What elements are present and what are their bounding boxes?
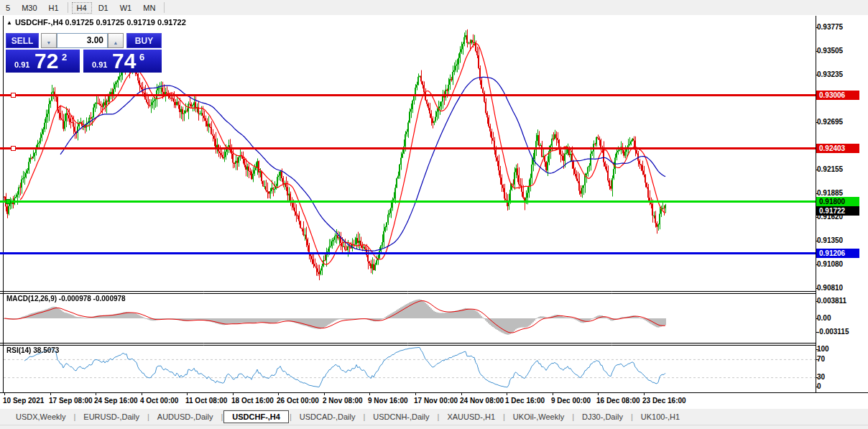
tab-separator: | xyxy=(503,412,505,421)
chart-title-text: USDCHF-,H4 0.91725 0.91725 0.91719 0.917… xyxy=(15,18,186,27)
buy-button[interactable]: BUY xyxy=(126,33,162,48)
time-axis-tick xyxy=(324,393,325,395)
chart-tab-bar: USDX,Weekly|EURUSD-,Daily|AUDUSD-,Daily|… xyxy=(0,409,868,425)
timeframe-button-5[interactable]: 5 xyxy=(1,2,15,14)
resistance-price-label: 0.92403 xyxy=(816,144,859,153)
time-axis-label: 9 Nov 16:00 xyxy=(368,397,408,405)
timeframe-button-w1[interactable]: W1 xyxy=(115,2,137,14)
timeframe-button-h4[interactable]: H4 xyxy=(72,2,92,14)
timeframe-button-d1[interactable]: D1 xyxy=(93,2,114,14)
support-price-label: 0.91206 xyxy=(816,249,859,258)
resistance-line[interactable] xyxy=(0,147,816,149)
tab-separator: | xyxy=(221,412,223,421)
resistance-price-label: 0.93006 xyxy=(816,91,859,100)
time-axis-tick xyxy=(142,393,142,395)
buy-price-pip-digit: 6 xyxy=(139,52,144,63)
macd-axis-label: 0.00 xyxy=(817,314,831,323)
volume-decrease-button[interactable]: ▼ xyxy=(41,33,57,48)
chart-tab-usdchf-[interactable]: USDCHF-,H4 xyxy=(223,410,289,423)
line-anchor-handle[interactable] xyxy=(6,199,11,204)
macd-indicator-label: MACD(12,26,9) -0.000978 -0.000978 xyxy=(6,295,126,303)
price-axis-tick-label: 0.93775 xyxy=(817,23,843,32)
chart-title: ▲USDCHF-,H4 0.91725 0.91725 0.91719 0.91… xyxy=(6,18,186,27)
chart-tab-xauusd-[interactable]: XAUUSD-,H1 xyxy=(440,411,502,423)
price-axis-tick-label: 0.92155 xyxy=(817,165,843,174)
sell-price-display[interactable]: 0.91 72 2 xyxy=(6,49,80,73)
timeframe-button-m30[interactable]: M30 xyxy=(17,2,42,14)
time-axis-label: 18 Oct 16:00 xyxy=(231,397,274,405)
tab-separator: | xyxy=(438,412,440,421)
time-axis-label: 17 Sep 08:00 xyxy=(49,397,93,405)
chart-tab-ukoil-[interactable]: UKOil-,Weekly xyxy=(506,411,571,423)
price-axis-tick-label: 0.93505 xyxy=(817,47,843,55)
time-axis-tick xyxy=(644,393,645,395)
sell-price-big-digits: 72 xyxy=(34,50,58,72)
time-axis-label: 2 Nov 08:00 xyxy=(323,397,363,405)
time-axis-tick xyxy=(233,393,234,395)
tab-separator: | xyxy=(363,412,365,421)
sell-button[interactable]: SELL xyxy=(6,33,39,48)
time-axis-label: 23 Dec 16:00 xyxy=(642,397,686,405)
price-axis-tick-label: 0.90810 xyxy=(817,284,843,292)
current-price-label: 0.91722 xyxy=(816,206,859,216)
chart-tab-dj30-[interactable]: DJ30-,Daily xyxy=(575,411,630,423)
macd-axis-label: -0.003115 xyxy=(817,328,849,336)
timeframe-button-mn[interactable]: MN xyxy=(138,2,160,14)
time-axis-tick xyxy=(4,393,5,395)
chart-tab-audusd-[interactable]: AUDUSD-,Daily xyxy=(150,411,221,423)
timeframe-button-h1[interactable]: H1 xyxy=(44,2,64,14)
support-price-label: 0.91800 xyxy=(816,197,859,206)
support-line[interactable] xyxy=(0,200,816,203)
time-axis-label: 1 Dec 16:00 xyxy=(505,397,545,405)
time-axis-label: 11 Oct 08:00 xyxy=(185,397,227,405)
macd-axis-label: 0.003811 xyxy=(817,297,846,305)
time-axis-label: 24 Nov 08:00 xyxy=(460,397,504,405)
time-axis-tick xyxy=(278,393,279,395)
tab-separator: | xyxy=(631,412,633,421)
resistance-line[interactable] xyxy=(0,94,816,96)
chart-tab-usdx[interactable]: USDX,Weekly xyxy=(9,411,73,423)
time-axis-tick xyxy=(369,393,370,395)
time-axis-label: 26 Oct 00:00 xyxy=(277,397,319,405)
line-anchor-handle[interactable] xyxy=(11,146,16,151)
window-bottom-strip xyxy=(0,425,868,429)
collapse-triangle-icon[interactable]: ▲ xyxy=(6,19,12,26)
time-axis-label: 17 Nov 00:00 xyxy=(414,397,458,405)
sell-price-prefix: 0.91 xyxy=(14,60,29,69)
time-axis-tick xyxy=(553,393,553,395)
volume-increase-button[interactable]: ▲ xyxy=(108,33,124,48)
chart-tab-eurusd-[interactable]: EURUSD-,Daily xyxy=(76,411,147,423)
time-axis-tick xyxy=(187,393,188,395)
buy-price-big-digits: 74 xyxy=(112,50,136,72)
triangle-down-icon: ▼ xyxy=(47,40,52,45)
rsi-indicator-label: RSI(14) 38.5073 xyxy=(6,346,59,354)
mt4-window: 5M30H1H4D1W1MN 0.937750.935050.932350.92… xyxy=(0,0,868,429)
volume-input[interactable]: 3.00 xyxy=(57,33,108,48)
toolbar-separator xyxy=(68,2,68,13)
buy-price-display[interactable]: 0.91 74 6 xyxy=(83,49,162,73)
chart-tab-uk100-[interactable]: UK100-,H1 xyxy=(634,411,687,423)
time-axis-tick xyxy=(598,393,599,395)
time-axis-label: 10 Sep 2021 xyxy=(3,397,44,405)
time-axis: 10 Sep 202117 Sep 08:0024 Sep 16:004 Oct… xyxy=(0,392,868,410)
rsi-axis-label: 30 xyxy=(817,373,825,382)
price-axis-tick-label: 0.91350 xyxy=(817,236,843,245)
line-anchor-handle[interactable] xyxy=(11,93,16,98)
rsi-axis-label: 100 xyxy=(817,345,829,354)
price-axis-tick-label: 0.93235 xyxy=(817,70,843,79)
support-line[interactable] xyxy=(0,252,816,254)
time-axis-tick xyxy=(461,393,462,395)
tab-separator: | xyxy=(572,412,574,421)
time-axis-label: 4 Oct 00:00 xyxy=(140,397,178,405)
chart-tab-usdcad-[interactable]: USDCAD-,Daily xyxy=(292,411,363,423)
tab-separator: | xyxy=(147,412,149,421)
triangle-up-icon: ▲ xyxy=(114,40,119,45)
time-axis-tick xyxy=(96,393,96,395)
tab-separator: | xyxy=(73,412,75,421)
sell-price-pip-digit: 2 xyxy=(62,52,67,63)
time-axis-label: 16 Dec 08:00 xyxy=(596,397,640,405)
one-click-trading-panel: SELL ▼ 3.00 ▲ BUY 0.91 72 2 0.91 74 6 xyxy=(6,33,162,72)
chart-tab-usdcnh-[interactable]: USDCNH-,Daily xyxy=(366,411,436,423)
time-axis-tick xyxy=(507,393,507,395)
timeframe-toolbar: 5M30H1H4D1W1MN xyxy=(0,0,868,16)
